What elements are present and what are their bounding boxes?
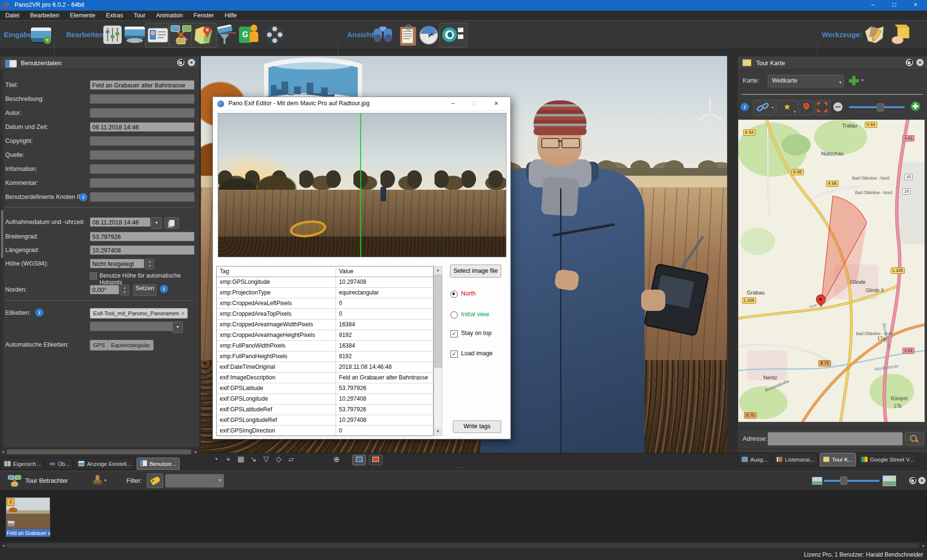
panel-tab[interactable]: Üb... bbox=[46, 458, 73, 470]
pano-thumbnail[interactable]: i Feld an Grabauer alt... bbox=[6, 497, 50, 537]
info-icon[interactable]: i bbox=[79, 193, 87, 201]
select-image-file-button[interactable]: Select image file bbox=[450, 265, 501, 278]
set-pin-button[interactable] bbox=[799, 100, 814, 115]
kommentar-input[interactable] bbox=[90, 178, 195, 188]
preview-binoculars-icon[interactable] bbox=[372, 24, 394, 46]
datum-input[interactable]: 08.11.2018 14:46 bbox=[90, 122, 195, 132]
menu-item[interactable]: Hilfe bbox=[219, 11, 242, 20]
protractor-icon[interactable]: ◔ bbox=[210, 455, 222, 463]
initial-view-radio[interactable] bbox=[450, 311, 458, 319]
close-panel-icon[interactable]: × bbox=[918, 477, 926, 484]
col-header-value[interactable]: Value bbox=[336, 266, 433, 277]
setzen-button[interactable]: Setzen bbox=[133, 284, 156, 296]
input-panorama-icon[interactable]: + bbox=[30, 24, 52, 46]
funnel-icon[interactable]: ▽ bbox=[260, 455, 272, 463]
info-icon[interactable]: i bbox=[741, 103, 749, 111]
menu-item[interactable]: Tour bbox=[128, 11, 151, 20]
write-tags-button[interactable]: Write tags bbox=[453, 420, 501, 433]
userdata-icon[interactable] bbox=[146, 24, 169, 46]
menu-item[interactable]: Extras bbox=[100, 11, 128, 20]
stamp-button[interactable]: ▾ bbox=[92, 474, 110, 488]
exif-tag-table[interactable]: Tag Value xmp:GPSLongitude10.297408 xmp:… bbox=[216, 266, 434, 436]
video-output-icon[interactable] bbox=[264, 24, 286, 46]
dialog-minimize-icon[interactable]: – bbox=[442, 97, 464, 111]
panel-tab[interactable]: Eigensch... bbox=[1, 458, 44, 470]
menu-item[interactable]: Animation bbox=[151, 11, 188, 20]
etikett-combo[interactable] bbox=[90, 322, 182, 331]
tour-map[interactable]: TralauNütschauBad Oldesloe - NordBad Old… bbox=[738, 120, 925, 422]
table-row[interactable]: exif:ImageDescriptionFeld an Grabauer al… bbox=[217, 373, 433, 383]
close-button[interactable]: × bbox=[905, 0, 926, 11]
menu-item[interactable]: Datei bbox=[0, 11, 25, 20]
tour-browser-icon[interactable] bbox=[170, 24, 192, 46]
titel-input[interactable]: Feld an Grabauer alter Bahntrasse bbox=[90, 80, 195, 90]
table-row[interactable]: exif:GPSLatitudeRef53.797926 bbox=[217, 405, 433, 415]
etikett-combo-arrow[interactable]: ▾ bbox=[172, 322, 183, 333]
table-row[interactable]: xmp:CroppedAreaTopPixels0 bbox=[217, 309, 433, 320]
transform-arrow-icon[interactable]: ↘ bbox=[247, 455, 260, 463]
float-panel-icon[interactable] bbox=[909, 477, 916, 484]
panel-tab[interactable]: Google Street V... bbox=[858, 453, 917, 466]
load-image-label[interactable]: Load image bbox=[461, 350, 492, 357]
adresse-search-button[interactable] bbox=[905, 432, 924, 446]
filmstrip-hscrollbar[interactable]: ◄ ► bbox=[0, 542, 927, 549]
add-map-dropdown-icon[interactable]: ▾ bbox=[861, 78, 864, 83]
date-dropdown-button[interactable]: ▾ bbox=[151, 217, 162, 229]
beschreibung-input[interactable] bbox=[90, 94, 195, 104]
maximize-button[interactable]: □ bbox=[884, 0, 905, 11]
knoten-id-input[interactable] bbox=[90, 192, 195, 202]
copy-date-button[interactable] bbox=[165, 217, 179, 229]
initial-view-radio-label[interactable]: Initial view bbox=[461, 311, 489, 318]
skew-icon[interactable]: ▱ bbox=[285, 455, 297, 463]
table-row[interactable]: exif:GPSLongitude10.297408 bbox=[217, 394, 433, 405]
viewer-settings-icon[interactable] bbox=[124, 24, 146, 46]
autor-input[interactable] bbox=[90, 108, 195, 118]
float-panel-icon[interactable] bbox=[177, 59, 184, 66]
table-row[interactable]: xmp:ProjectionTypeequirectangular bbox=[217, 288, 433, 298]
listview-clipboard-icon[interactable] bbox=[397, 24, 419, 46]
panel-tab[interactable]: Tour K... bbox=[820, 453, 856, 466]
load-image-checkbox[interactable]: ✓ bbox=[450, 350, 458, 358]
output-preview-eye-icon[interactable]: ✓ ✓ bbox=[442, 24, 464, 46]
close-panel-icon[interactable]: × bbox=[916, 59, 924, 66]
north-radio[interactable] bbox=[450, 291, 458, 298]
dialog-close-icon[interactable]: × bbox=[486, 97, 507, 111]
laengengrad-input[interactable]: 10.297408 bbox=[90, 245, 195, 255]
panel-tab[interactable]: Listenansi... bbox=[773, 453, 818, 466]
stay-on-top-label[interactable]: Stay on top bbox=[461, 330, 492, 336]
pan-hand-icon[interactable]: ◇ bbox=[272, 455, 285, 463]
fit-view-button[interactable] bbox=[815, 100, 830, 115]
left-panel-scrollbar[interactable] bbox=[0, 70, 4, 448]
table-scrollbar[interactable]: ▲ ▼ bbox=[434, 266, 442, 436]
table-row[interactable]: xmp:CroppedAreaImageHeightPixels8192 bbox=[217, 330, 433, 341]
norden-spinner[interactable]: ▴▾ bbox=[120, 285, 129, 295]
grid-icon[interactable]: ▦ bbox=[235, 455, 247, 463]
projection-blue-button[interactable] bbox=[352, 455, 366, 465]
remove-tag-icon[interactable]: × bbox=[182, 310, 185, 316]
norden-input[interactable]: 0,00° bbox=[90, 285, 119, 294]
table-row[interactable]: xmp:CroppedAreaImageWidthPixels16384 bbox=[217, 320, 433, 330]
table-row[interactable]: xmp:GPSLongitude10.297408 bbox=[217, 277, 433, 288]
panel-tab[interactable]: Anzeige Einstell... bbox=[75, 458, 134, 470]
table-row[interactable]: exif:DateTimeOriginal2018:11:08 14:46:48 bbox=[217, 362, 433, 373]
hoehe-spinner[interactable]: ▴▾ bbox=[145, 259, 154, 269]
left-panel-hscrollbar[interactable]: ◄ ► bbox=[0, 448, 199, 456]
filter-tag-button[interactable] bbox=[147, 474, 163, 488]
karte-select[interactable]: Weltkarte▾ bbox=[768, 75, 844, 87]
properties-icon[interactable] bbox=[101, 24, 124, 46]
animation-clock-icon[interactable] bbox=[418, 24, 440, 46]
table-row[interactable]: xmp:FullPanoWidthPixels16384 bbox=[217, 341, 433, 351]
hoehe-checkbox[interactable] bbox=[90, 272, 97, 280]
adresse-input[interactable] bbox=[768, 432, 903, 446]
panel-tab[interactable]: Ausg... bbox=[738, 453, 771, 466]
info-icon[interactable]: i bbox=[35, 308, 43, 317]
close-panel-icon[interactable]: × bbox=[188, 59, 195, 66]
information-input[interactable] bbox=[90, 164, 195, 174]
map-zoom-slider-thumb[interactable] bbox=[877, 103, 884, 112]
menu-item[interactable]: Fenster bbox=[188, 11, 219, 20]
table-row[interactable]: xmp:CroppedAreaLeftPixels0 bbox=[217, 298, 433, 309]
auto-chip-equirectangular[interactable]: Equirectangular bbox=[108, 340, 154, 350]
streetview-upload-icon[interactable]: G bbox=[239, 24, 261, 46]
drag-handle[interactable]: ······ bbox=[450, 466, 469, 469]
copyright-input[interactable] bbox=[90, 136, 195, 146]
